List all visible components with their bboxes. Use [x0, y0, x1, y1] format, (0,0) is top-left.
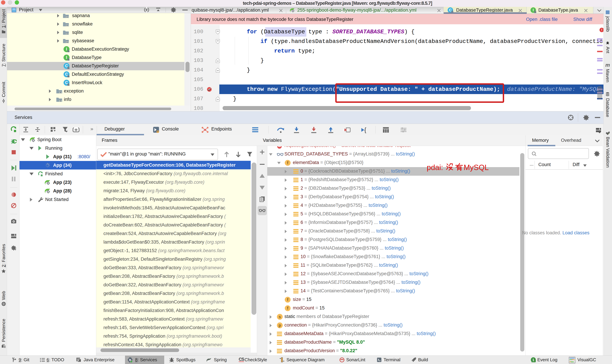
svg-text:1: 1	[532, 358, 534, 362]
